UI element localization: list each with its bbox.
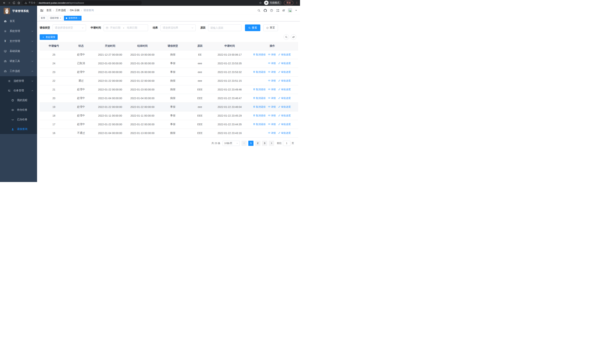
sidebar-item-我的流程[interactable]: 我的流程 xyxy=(0,95,37,105)
detail-link[interactable]: 详情 xyxy=(268,114,276,117)
sidebar-item-工作流程[interactable]: 工作流程 xyxy=(0,66,37,76)
edit-icon xyxy=(278,71,281,74)
sidebar-item-任务管理[interactable]: 任务管理 xyxy=(0,86,37,95)
cancel-leave-link[interactable]: 取消请假 xyxy=(253,70,265,74)
page-button-2[interactable]: 2 xyxy=(255,141,260,146)
approval-progress-link[interactable]: 审批进度 xyxy=(278,97,291,100)
cell-结束时间: 2022-01-26 00:00:00 xyxy=(126,68,159,76)
cancel-leave-link[interactable]: 取消请假 xyxy=(253,53,265,56)
create-leave-button[interactable]: 发起请假 xyxy=(40,34,58,40)
tab-流程详情[interactable]: 流程详情× xyxy=(48,16,63,20)
approval-progress-link[interactable]: 审批进度 xyxy=(278,53,291,56)
cell-申请时间: 2022-01-23 00:06:17 xyxy=(213,50,246,59)
leave-type-select[interactable]: 请选择请假类型 xyxy=(53,24,86,31)
tab-请假查询[interactable]: 请假查询× xyxy=(64,16,82,20)
detail-link[interactable]: 详情 xyxy=(268,79,276,83)
cell-状态: 处理中 xyxy=(68,50,94,59)
incognito-indicator: 无痕模式 xyxy=(264,0,282,5)
approval-progress-link-label: 审批进度 xyxy=(281,131,291,135)
reason-input[interactable] xyxy=(210,26,239,29)
tab-首页[interactable]: 首页 xyxy=(39,16,47,20)
cancel-leave-link[interactable]: 取消请假 xyxy=(253,105,265,109)
reset-button[interactable]: 重置 xyxy=(263,24,278,31)
breadcrumb-item[interactable]: 工作流程 xyxy=(56,9,66,12)
approval-progress-link[interactable]: 审批进度 xyxy=(278,123,291,126)
sidebar-item-请假查询[interactable]: 请假查询 xyxy=(0,124,37,134)
page-button-3[interactable]: 3 xyxy=(262,141,267,146)
cell-申请时间: 2022-01-22 23:53:35 xyxy=(213,59,246,68)
sidebar-item-系统管理[interactable]: 系统管理 xyxy=(0,26,37,36)
approval-progress-link[interactable]: 审批进度 xyxy=(278,105,291,109)
browser-reload-icon[interactable] xyxy=(11,0,16,5)
help-icon[interactable] xyxy=(270,9,273,12)
approval-progress-link[interactable]: 审批进度 xyxy=(278,79,291,83)
filter-form: 请假类型 请选择请假类型 申请时间 开始日期 - 结束日期 xyxy=(40,24,298,31)
chevron-down-icon xyxy=(191,27,193,29)
sidebar-item-研发工具[interactable]: 研发工具 xyxy=(0,56,37,66)
sidebar-item-支付管理[interactable]: ¥支付管理 xyxy=(0,36,37,46)
sidebar-item-待办任务[interactable]: 待办任务 xyxy=(0,105,37,115)
cell-状态: 处理中 xyxy=(68,103,94,111)
approval-progress-link[interactable]: 审批进度 xyxy=(278,114,291,117)
cancel-leave-link[interactable]: 取消请假 xyxy=(253,88,265,91)
sidebar-item-流程管理[interactable]: 流程管理 xyxy=(0,76,37,86)
cancel-leave-link[interactable]: 取消请假 xyxy=(253,114,265,117)
detail-link[interactable]: 详情 xyxy=(268,131,276,135)
cell-申请时间: 2022-01-22 23:44:35 xyxy=(213,120,246,129)
cell-原因: EE xyxy=(187,50,213,59)
cancel-leave-link-label: 取消请假 xyxy=(256,53,265,56)
page-button-1[interactable]: 1 xyxy=(248,141,253,146)
browser-forward-icon[interactable] xyxy=(7,0,11,5)
cancel-leave-link[interactable]: 取消请假 xyxy=(253,97,265,100)
browser-home-icon[interactable] xyxy=(16,0,21,5)
approval-progress-link[interactable]: 审批进度 xyxy=(278,70,291,74)
approval-progress-link[interactable]: 审批进度 xyxy=(278,88,291,91)
show-search-button[interactable] xyxy=(283,34,289,40)
cell-结束时间: 2022-01-26 00:00:00 xyxy=(126,59,159,68)
apply-time-range-input[interactable]: 开始日期 - 结束日期 xyxy=(103,24,148,31)
github-icon[interactable] xyxy=(264,9,267,12)
approval-progress-link[interactable]: 审批进度 xyxy=(278,62,291,65)
browser-menu-icon[interactable] xyxy=(296,1,298,4)
refresh-table-button[interactable] xyxy=(291,34,296,40)
detail-link[interactable]: 详情 xyxy=(268,70,276,74)
tab-close-icon[interactable]: × xyxy=(60,17,61,19)
cell-开始时间: 2022-01-22 00:00:00 xyxy=(94,76,126,85)
column-header-状态: 状态 xyxy=(68,42,94,50)
sidebar-item-已办任务[interactable]: 已办任务 xyxy=(0,115,37,124)
next-page-button[interactable] xyxy=(269,141,274,146)
detail-link[interactable]: 详情 xyxy=(268,62,276,65)
search-button[interactable]: 搜索 xyxy=(245,24,260,31)
sidebar-item-首页[interactable]: 首页 xyxy=(0,16,37,26)
sidebar-collapse-icon[interactable] xyxy=(40,9,44,12)
sidebar-item-基础设施[interactable]: 基础设施 xyxy=(0,46,37,56)
font-size-icon[interactable]: tT xyxy=(282,9,285,12)
prev-page-button[interactable] xyxy=(242,141,247,146)
cancel-leave-link[interactable]: 取消请假 xyxy=(253,123,265,126)
detail-link[interactable]: 详情 xyxy=(268,53,276,56)
table-toolbar: 发起请假 xyxy=(40,34,298,40)
goto-page-input[interactable] xyxy=(283,141,290,146)
detail-link[interactable]: 详情 xyxy=(268,88,276,91)
result-select[interactable]: 请选择流结果 xyxy=(160,24,196,31)
detail-link[interactable]: 详情 xyxy=(268,123,276,126)
breadcrumb-item[interactable]: OA 示例 xyxy=(70,9,79,12)
user-avatar[interactable] xyxy=(288,8,292,12)
tab-close-icon[interactable]: × xyxy=(78,17,80,19)
tab-label: 流程详情 xyxy=(50,17,59,20)
browser-update-button[interactable]: 更新 xyxy=(284,1,293,5)
avatar-caret-down-icon[interactable] xyxy=(295,9,297,11)
app-logo[interactable]: 芋道管理系统 xyxy=(0,6,37,16)
bookmark-star-icon[interactable] xyxy=(259,1,262,4)
header-search-icon[interactable] xyxy=(257,9,261,12)
browser-back-icon[interactable] xyxy=(2,0,7,5)
address-bar[interactable]: 不安全 dashboard.yudao.iocoder.cn/bpm/oa/le… xyxy=(22,0,142,5)
chevron-down-icon xyxy=(82,27,84,29)
fullscreen-icon[interactable] xyxy=(276,9,280,12)
cell-操作: 取消请假详情审批进度 xyxy=(246,103,298,111)
detail-link[interactable]: 详情 xyxy=(268,105,276,109)
approval-progress-link[interactable]: 审批进度 xyxy=(278,131,291,135)
page-size-select[interactable]: 10条/页 xyxy=(223,141,240,146)
breadcrumb-item[interactable]: 首页 xyxy=(46,9,52,12)
detail-link[interactable]: 详情 xyxy=(268,97,276,100)
